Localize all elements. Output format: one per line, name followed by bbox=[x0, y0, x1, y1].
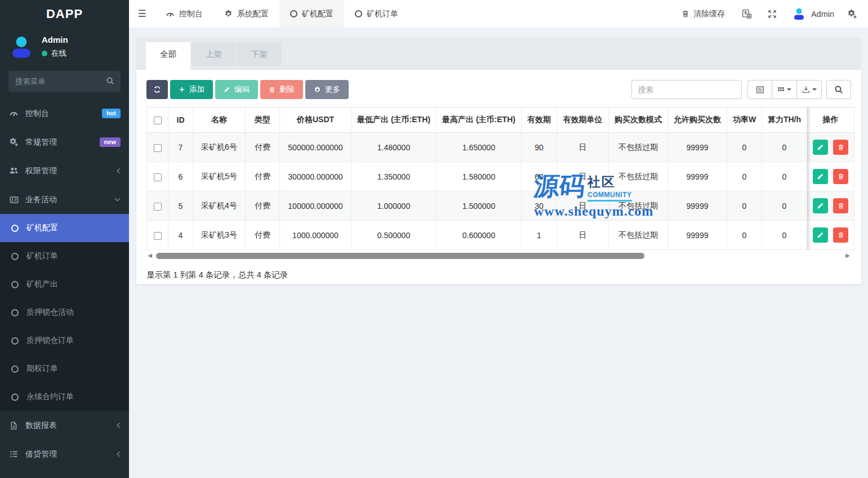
menu-search-input[interactable] bbox=[8, 71, 121, 92]
cell-min-output: 1.350000 bbox=[351, 162, 437, 191]
cell-actions bbox=[807, 162, 854, 191]
row-delete-button[interactable] bbox=[833, 227, 848, 243]
sidebar-item-miner-orders[interactable]: 矿机订单 bbox=[0, 242, 129, 270]
topnav-item-dashboard[interactable]: 控制台 bbox=[155, 0, 213, 28]
header-validity: 有效期 bbox=[522, 108, 557, 133]
topbar: ☰ 控制台 系统配置 矿机配置 矿机订单 清除缓存 bbox=[129, 0, 868, 28]
select-all-checkbox[interactable] bbox=[154, 117, 162, 124]
row-delete-button[interactable] bbox=[833, 140, 848, 155]
header-type: 类型 bbox=[246, 108, 280, 133]
cell-checkbox bbox=[147, 191, 168, 221]
row-checkbox[interactable] bbox=[154, 232, 162, 240]
more-button[interactable]: 更多 bbox=[305, 80, 349, 99]
edit-button[interactable]: 编辑 bbox=[215, 80, 258, 99]
gears-icon bbox=[8, 137, 19, 147]
cell-hashrate: 0 bbox=[762, 191, 807, 221]
detail-view-icon[interactable] bbox=[747, 80, 772, 99]
export-icon[interactable] bbox=[797, 80, 822, 99]
tachometer-icon bbox=[8, 109, 19, 118]
topnav-item-miner-orders[interactable]: 矿机订单 bbox=[344, 0, 409, 28]
sidebar-item-permissions[interactable]: 权限管理 bbox=[0, 157, 129, 185]
scroll-right-arrow-icon[interactable]: ▶ bbox=[844, 253, 851, 258]
hot-badge: hot bbox=[102, 109, 121, 118]
cell-validity-unit: 日 bbox=[557, 162, 609, 191]
sidebar-item-miner-config[interactable]: 矿机配置 bbox=[0, 214, 129, 242]
submenu-item-label: 期权订单 bbox=[26, 364, 58, 374]
cell-purchase-mode: 不包括过期 bbox=[609, 221, 668, 250]
tab-listed[interactable]: 上架 bbox=[192, 42, 236, 66]
header-purchase-mode: 购买次数模式 bbox=[609, 108, 668, 133]
header-price: 价格USDT bbox=[280, 108, 351, 133]
cell-type: 付费 bbox=[246, 133, 280, 162]
cell-power: 0 bbox=[727, 162, 762, 191]
header-allowed-purchases: 允许购买次数 bbox=[668, 108, 727, 133]
search-button[interactable] bbox=[826, 80, 851, 99]
sidebar-item-staking-orders[interactable]: 质押锁仓订单 bbox=[0, 327, 129, 355]
cell-checkbox bbox=[147, 133, 168, 162]
sidebar-item-dashboard[interactable]: 控制台 hot bbox=[0, 99, 129, 128]
horizontal-scrollbar: ◀ ▶ bbox=[146, 251, 851, 260]
refresh-button[interactable] bbox=[146, 80, 168, 99]
cell-type: 付费 bbox=[246, 162, 280, 191]
cell-checkbox bbox=[147, 221, 168, 250]
main-area: ☰ 控制台 系统配置 矿机配置 矿机订单 清除缓存 bbox=[129, 0, 868, 478]
new-badge: new bbox=[100, 137, 121, 147]
sidebar-item-option-orders[interactable]: 期权订单 bbox=[0, 355, 129, 383]
scroll-left-arrow-icon[interactable]: ◀ bbox=[146, 253, 153, 258]
cell-min-output: 0.500000 bbox=[351, 221, 437, 250]
user-menu[interactable]: Admin bbox=[785, 0, 842, 28]
sidebar-item-lending[interactable]: 借贷管理 bbox=[0, 440, 129, 468]
language-icon[interactable] bbox=[734, 0, 760, 28]
tab-delisted[interactable]: 下架 bbox=[237, 42, 282, 66]
users-icon bbox=[8, 166, 19, 176]
topnav-item-system-config[interactable]: 系统配置 bbox=[213, 0, 279, 28]
sidebar-item-general[interactable]: 常规管理 new bbox=[0, 128, 129, 157]
clear-cache-button[interactable]: 清除缓存 bbox=[673, 0, 734, 28]
sidebar-item-staking-activity[interactable]: 质押锁仓活动 bbox=[0, 298, 129, 327]
cell-name: 采矿机5号 bbox=[193, 162, 246, 191]
toolbar-right bbox=[631, 80, 851, 99]
add-button[interactable]: 添加 bbox=[170, 80, 213, 99]
business-submenu: 矿机配置 矿机订单 矿机产出 质押锁仓活动 质押锁仓订单 期权订单 bbox=[0, 214, 129, 411]
columns-toggle-icon[interactable] bbox=[772, 80, 797, 99]
scrollbar-track[interactable] bbox=[155, 252, 843, 259]
header-hashrate: 算力TH/h bbox=[762, 108, 807, 133]
row-edit-button[interactable] bbox=[813, 140, 828, 155]
row-delete-button[interactable] bbox=[833, 169, 848, 184]
cell-price: 500000.000000 bbox=[280, 133, 351, 162]
avatar bbox=[8, 34, 34, 60]
table-row: 4 采矿机3号 付费 1000.000000 0.500000 0.600000… bbox=[147, 221, 854, 250]
table-search-input[interactable] bbox=[631, 80, 742, 99]
scrollbar-thumb[interactable] bbox=[156, 253, 644, 259]
delete-button[interactable]: 删除 bbox=[260, 80, 303, 99]
cell-actions bbox=[807, 191, 854, 221]
header-actions: 操作 bbox=[807, 108, 854, 133]
sidebar-item-label: 权限管理 bbox=[25, 166, 57, 176]
cell-purchase-mode: 不包括过期 bbox=[609, 133, 668, 162]
hamburger-menu-icon[interactable]: ☰ bbox=[129, 0, 155, 28]
miners-table: ID 名称 类型 价格USDT 最低产出 (主币:ETH) 最高产出 (主币:E… bbox=[146, 107, 854, 250]
row-checkbox[interactable] bbox=[154, 203, 162, 211]
page-content: 全部 上架 下架 添加 编辑 删除 bbox=[129, 28, 868, 478]
row-checkbox[interactable] bbox=[154, 173, 162, 181]
fullscreen-icon[interactable] bbox=[760, 0, 785, 28]
sidebar-item-miner-output[interactable]: 矿机产出 bbox=[0, 270, 129, 298]
id-card-icon bbox=[8, 195, 19, 204]
row-edit-button[interactable] bbox=[813, 227, 828, 243]
list-icon bbox=[8, 450, 19, 458]
online-dot-icon bbox=[42, 51, 47, 56]
tab-all[interactable]: 全部 bbox=[146, 42, 190, 70]
row-edit-button[interactable] bbox=[813, 198, 828, 213]
sidebar-item-perpetual-orders[interactable]: 永续合约订单 bbox=[0, 383, 129, 411]
header-power: 功率W bbox=[727, 108, 762, 133]
cell-name: 采矿机6号 bbox=[193, 133, 246, 162]
sidebar-item-reports[interactable]: 数据报表 bbox=[0, 411, 129, 440]
row-delete-button[interactable] bbox=[833, 198, 848, 213]
row-edit-button[interactable] bbox=[813, 169, 828, 184]
topnav-item-miner-config[interactable]: 矿机配置 bbox=[279, 0, 344, 28]
row-checkbox[interactable] bbox=[154, 144, 162, 152]
settings-gears-icon[interactable] bbox=[842, 0, 868, 28]
sidebar-item-business[interactable]: 业务活动 bbox=[0, 185, 129, 214]
cell-max-output: 1.580000 bbox=[437, 162, 522, 191]
sidebar-search bbox=[8, 71, 121, 92]
